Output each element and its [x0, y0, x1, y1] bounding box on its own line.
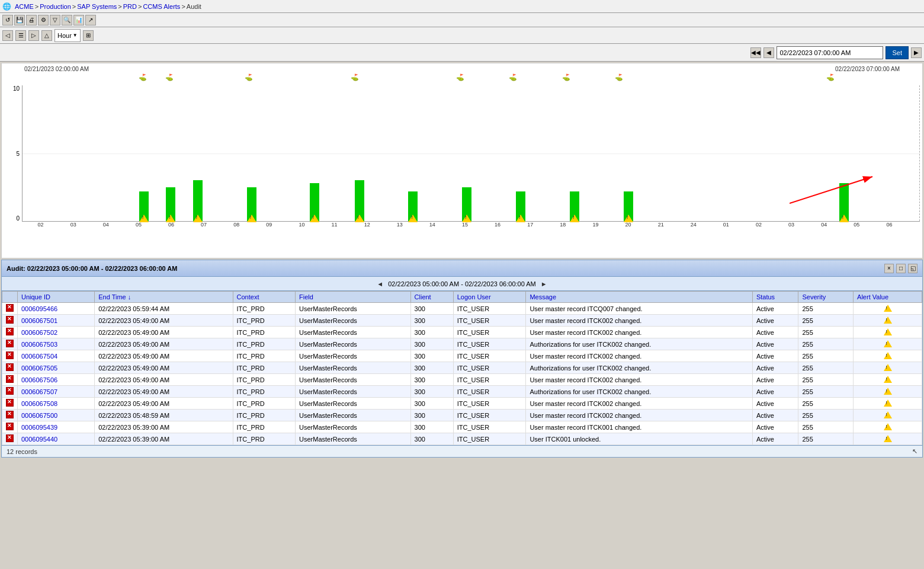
th-client[interactable]: Client: [410, 292, 453, 303]
breadcrumb-prd[interactable]: PRD: [123, 3, 137, 10]
flag-marker-3: ⛳: [245, 73, 253, 81]
field-cell: UserMasterRecords: [296, 338, 411, 350]
th-alert-value[interactable]: Alert Value: [854, 292, 922, 303]
severity-cell: 255: [798, 386, 854, 398]
unique-id-link[interactable]: 0006095440: [21, 436, 57, 443]
th-logon-user[interactable]: Logon User: [453, 292, 526, 303]
table-row[interactable]: ✕000606750602/22/2023 05:49:00 AMITC_PRD…: [2, 374, 922, 386]
table-row[interactable]: ✕000606750202/22/2023 05:49:00 AMITC_PRD…: [2, 327, 922, 338]
detail-prev-btn[interactable]: ◄: [377, 280, 383, 287]
unique-id-link[interactable]: 0006067506: [21, 376, 57, 383]
unique-id-cell[interactable]: 0006067503: [18, 338, 95, 350]
breadcrumb-production[interactable]: Production: [40, 3, 71, 10]
table-row[interactable]: ✕000606750702/22/2023 05:49:00 AMITC_PRD…: [2, 386, 922, 398]
table-container: Unique ID End Time ↓ Context Field Clien…: [2, 291, 922, 445]
th-context[interactable]: Context: [233, 292, 295, 303]
table-row[interactable]: ✕000609546602/22/2023 05:59:44 AMITC_PRD…: [2, 303, 922, 315]
th-unique-id[interactable]: Unique ID: [18, 292, 95, 303]
detail-maximize-btn[interactable]: □: [896, 264, 906, 273]
save-icon[interactable]: 💾: [14, 15, 25, 25]
table-row[interactable]: ✕000606750402/22/2023 05:49:00 AMITC_PRD…: [2, 350, 922, 362]
detail-next-btn[interactable]: ►: [541, 280, 547, 287]
search-icon[interactable]: 🔍: [62, 15, 72, 25]
x-label: 04: [89, 222, 122, 228]
unique-id-link[interactable]: 0006067500: [21, 412, 57, 419]
th-field[interactable]: Field: [296, 292, 411, 303]
table-row[interactable]: ✕000606750302/22/2023 05:49:00 AMITC_PRD…: [2, 338, 922, 350]
unique-id-cell[interactable]: 0006067504: [18, 350, 95, 362]
th-severity[interactable]: Severity: [798, 292, 854, 303]
status-cell: Active: [752, 410, 798, 421]
bar-2: !: [166, 187, 175, 221]
unique-id-link[interactable]: 0006067508: [21, 400, 57, 407]
unique-id-cell[interactable]: 0006067500: [18, 410, 95, 421]
print-icon[interactable]: 🖨: [26, 15, 37, 25]
unique-id-link[interactable]: 0006067502: [21, 329, 57, 336]
unique-id-link[interactable]: 0006095439: [21, 424, 57, 431]
breadcrumb-sap-systems[interactable]: SAP Systems: [77, 3, 117, 10]
export-icon[interactable]: ↗: [85, 15, 96, 25]
unique-id-cell[interactable]: 0006067501: [18, 315, 95, 327]
nav-list-icon[interactable]: ☰: [15, 30, 26, 41]
unique-id-link[interactable]: 0006067507: [21, 388, 57, 395]
unique-id-link[interactable]: 0006067503: [21, 341, 57, 348]
unique-id-cell[interactable]: 0006067505: [18, 362, 95, 374]
client-cell: 300: [410, 410, 453, 421]
chart-icon[interactable]: 📊: [73, 15, 84, 25]
unique-id-cell[interactable]: 0006095440: [18, 433, 95, 445]
th-message[interactable]: Message: [526, 292, 752, 303]
logon-user-cell: ITC_USER: [453, 327, 526, 338]
unique-id-link[interactable]: 0006067505: [21, 365, 57, 372]
nav-prev-btn[interactable]: ◀: [763, 47, 774, 58]
th-end-time[interactable]: End Time ↓: [95, 292, 233, 303]
logon-user-cell: ITC_USER: [453, 362, 526, 374]
refresh-icon[interactable]: ↺: [2, 15, 13, 25]
chart-plot[interactable]: ! ! !: [22, 85, 920, 222]
severity-cell: 255: [798, 433, 854, 445]
sep3: >: [118, 3, 121, 10]
hour-dropdown[interactable]: Hour ▼: [54, 29, 81, 42]
unique-id-link[interactable]: 0006067501: [21, 317, 57, 324]
th-status[interactable]: Status: [752, 292, 798, 303]
client-cell: 300: [410, 421, 453, 433]
table-row[interactable]: ✕000609543902/22/2023 05:39:00 AMITC_PRD…: [2, 421, 922, 433]
nav-next-btn[interactable]: ▶: [911, 47, 922, 58]
x-label: 20: [612, 222, 644, 228]
nav-back-icon[interactable]: ◁: [2, 30, 13, 41]
unique-id-cell[interactable]: 0006067502: [18, 327, 95, 338]
datetime-input[interactable]: [777, 46, 883, 59]
unique-id-cell[interactable]: 0006067507: [18, 386, 95, 398]
unique-id-cell[interactable]: 0006095439: [18, 421, 95, 433]
nav-up-icon[interactable]: △: [41, 30, 52, 41]
client-cell: 300: [410, 386, 453, 398]
alert-value-cell: !: [854, 410, 922, 421]
unique-id-cell[interactable]: 0006095466: [18, 303, 95, 315]
table-row[interactable]: ✕000606750002/22/2023 05:48:59 AMITC_PRD…: [2, 410, 922, 421]
unique-id-cell[interactable]: 0006067508: [18, 398, 95, 410]
field-cell: UserMasterRecords: [296, 374, 411, 386]
table-row[interactable]: ✕000609544002/22/2023 05:39:00 AMITC_PRD…: [2, 433, 922, 445]
detail-close-btn[interactable]: ×: [884, 264, 894, 273]
nav-first-btn[interactable]: ◀◀: [750, 47, 761, 58]
table-icon[interactable]: ⊞: [83, 30, 94, 41]
table-row[interactable]: ✕000606750502/22/2023 05:49:00 AMITC_PRD…: [2, 362, 922, 374]
th-icon: [2, 292, 18, 303]
severity-cell: 255: [798, 421, 854, 433]
detail-restore-btn[interactable]: ◱: [908, 264, 917, 273]
flag-marker-2: ⛳: [165, 73, 174, 81]
table-row[interactable]: ✕000606750802/22/2023 05:49:00 AMITC_PRD…: [2, 398, 922, 410]
toolbar-1: ↺ 💾 🖨 ⚙ ▽ 🔍 📊 ↗: [0, 13, 924, 27]
settings-icon[interactable]: ⚙: [38, 15, 49, 25]
unique-id-cell[interactable]: 0006067506: [18, 374, 95, 386]
unique-id-link[interactable]: 0006095466: [21, 305, 57, 312]
set-button[interactable]: Set: [886, 46, 909, 59]
filter-icon[interactable]: ▽: [50, 15, 60, 25]
nav-forward-icon[interactable]: ▷: [28, 30, 39, 41]
unique-id-link[interactable]: 0006067504: [21, 353, 57, 360]
breadcrumb-acme[interactable]: ACME: [15, 3, 34, 10]
breadcrumb-ccms-alerts[interactable]: CCMS Alerts: [143, 3, 180, 10]
table-row[interactable]: ✕000606750102/22/2023 05:49:00 AMITC_PRD…: [2, 315, 922, 327]
context-cell: ITC_PRD: [233, 303, 295, 315]
x-label: 18: [547, 222, 579, 228]
status-cell: Active: [752, 315, 798, 327]
